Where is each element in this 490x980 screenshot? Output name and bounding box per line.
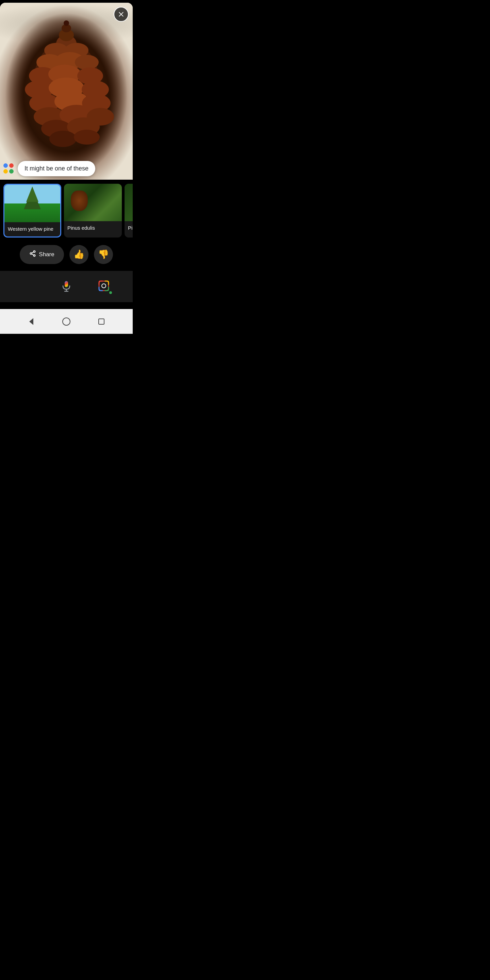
svg-point-6 [75,55,99,70]
results-section: Western yellow pine Pinus edulis Pinus v… [0,180,133,309]
lens-active-dot [108,291,113,295]
svg-rect-39 [99,319,104,324]
result-label-pinus-edulis: Pinus edulis [64,221,122,235]
assistant-area: It might be one of these [3,161,95,176]
share-icon [29,250,36,259]
thumbs-up-button[interactable]: 👍 [69,245,89,264]
svg-point-36 [102,284,106,288]
share-label: Share [39,251,54,258]
recents-button[interactable] [95,315,108,328]
google-dot-red [9,163,14,168]
svg-line-29 [32,254,34,255]
assistant-bar [0,271,133,302]
svg-point-21 [49,130,76,147]
result-image-pinus-virginiana [124,184,133,221]
home-button[interactable] [60,315,73,328]
results-scroll[interactable]: Western yellow pine Pinus edulis Pinus v… [0,180,133,242]
share-button[interactable]: Share [20,245,64,264]
svg-point-38 [63,318,70,325]
result-card-pinus-edulis[interactable]: Pinus edulis [64,184,122,237]
result-label-western-yellow-pine: Western yellow pine [5,222,60,237]
back-button[interactable] [24,315,38,328]
pine-cone-svg [19,13,114,149]
close-button[interactable] [114,7,129,22]
svg-marker-37 [29,318,33,325]
speech-bubble: It might be one of these [18,161,95,176]
microphone-button[interactable] [57,276,76,295]
camera-view: It might be one of these [0,3,133,180]
google-logo [3,163,14,174]
svg-rect-31 [65,281,68,287]
google-dot-blue [3,163,8,168]
thumbs-down-icon: 👎 [98,249,109,259]
result-label-pinus-virginiana: Pinus virginiana [124,221,133,235]
lens-button[interactable] [94,276,113,295]
result-image-pine-tree [5,185,60,222]
nav-bar [0,309,133,334]
svg-rect-34 [99,281,108,291]
thumbs-up-icon: 👍 [73,249,84,259]
result-card-western-yellow-pine[interactable]: Western yellow pine [3,184,61,237]
svg-point-22 [74,130,100,145]
result-image-pinus-edulis [64,184,122,221]
google-dot-yellow [3,169,8,173]
svg-point-25 [64,21,69,26]
bubble-text: It might be one of these [24,165,89,172]
action-buttons: Share 👍 👎 [0,242,133,271]
result-card-pinus-virginiana[interactable]: Pinus virginiana [124,184,133,237]
google-dot-green [9,169,14,173]
thumbs-down-button[interactable]: 👎 [94,245,113,264]
svg-line-30 [32,252,34,253]
